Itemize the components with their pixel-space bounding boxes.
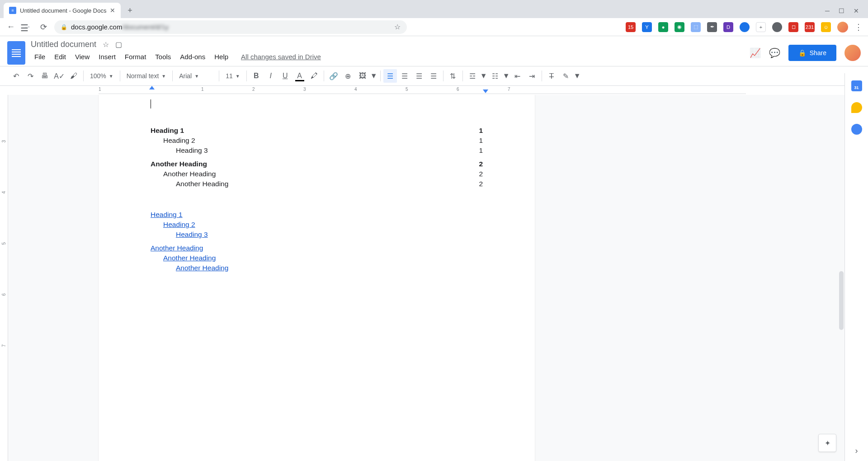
- bold-button[interactable]: B: [250, 69, 263, 83]
- activity-icon[interactable]: 📈: [750, 47, 761, 58]
- font-size-select[interactable]: 11▼: [222, 72, 243, 80]
- vertical-ruler[interactable]: 3 4 5 6 7: [0, 95, 8, 461]
- toc-link[interactable]: Heading 3: [151, 230, 483, 239]
- extension-icon[interactable]: D: [723, 22, 733, 32]
- ruler-tick: 1: [99, 87, 101, 92]
- bookmark-star-icon[interactable]: ☆: [394, 23, 401, 31]
- move-icon[interactable]: ▢: [115, 40, 122, 49]
- undo-button[interactable]: ↶: [9, 69, 23, 83]
- horizontal-ruler[interactable]: 1 1 2 3 4 5 6 7: [0, 86, 868, 95]
- menu-addons[interactable]: Add-ons: [176, 51, 209, 62]
- numbered-list-button[interactable]: ☲: [466, 69, 479, 83]
- indent-marker-left[interactable]: [149, 86, 155, 89]
- spellcheck-button[interactable]: A✓: [52, 69, 66, 83]
- document-area: 3 4 5 6 7 ☰ Heading 11 Heading 21 Headin…: [0, 95, 868, 461]
- italic-button[interactable]: I: [264, 69, 278, 83]
- calendar-icon[interactable]: [851, 80, 862, 91]
- tasks-icon[interactable]: [851, 124, 862, 135]
- menu-insert[interactable]: Insert: [95, 51, 119, 62]
- extension-icon[interactable]: ●: [658, 22, 668, 32]
- extension-icon[interactable]: ✒: [707, 22, 717, 32]
- account-avatar[interactable]: [844, 45, 861, 61]
- extension-icon[interactable]: 15: [626, 22, 636, 32]
- increase-indent-button[interactable]: ⇥: [525, 69, 539, 83]
- toc-link[interactable]: Heading 2: [151, 221, 483, 229]
- menu-tools[interactable]: Tools: [151, 51, 175, 62]
- numbered-list-dropdown[interactable]: ▼: [480, 69, 487, 83]
- toc-link[interactable]: Another Heading: [151, 244, 483, 252]
- back-button[interactable]: ←: [5, 22, 16, 32]
- docs-logo[interactable]: [7, 41, 25, 65]
- scrollbar-thumb[interactable]: [839, 271, 844, 330]
- save-status[interactable]: All changes saved in Drive: [241, 53, 321, 61]
- toc-entry[interactable]: Another Heading2: [151, 180, 483, 188]
- extension-icon[interactable]: ◻: [788, 22, 798, 32]
- explore-button[interactable]: ✦: [818, 434, 836, 452]
- menu-file[interactable]: File: [31, 51, 49, 62]
- profile-avatar[interactable]: [837, 22, 848, 33]
- toc-link[interactable]: Heading 1: [151, 211, 483, 219]
- toc-entry[interactable]: Heading 11: [151, 127, 483, 135]
- browser-tab[interactable]: ≡ Untitled document - Google Docs ✕: [4, 3, 121, 18]
- new-tab-button[interactable]: +: [123, 4, 136, 17]
- extension-icon[interactable]: ⬚: [691, 22, 701, 32]
- toc-entry[interactable]: Another Heading2: [151, 160, 483, 168]
- paint-format-button[interactable]: 🖌: [67, 69, 80, 83]
- extension-icon[interactable]: ◉: [675, 22, 684, 32]
- menu-help[interactable]: Help: [211, 51, 232, 62]
- editing-mode-dropdown[interactable]: ▼: [574, 69, 581, 83]
- toc-entry[interactable]: Heading 31: [151, 146, 483, 155]
- reload-button[interactable]: ⟳: [38, 22, 49, 32]
- close-tab-icon[interactable]: ✕: [110, 7, 115, 14]
- toc-link[interactable]: Another Heading: [151, 264, 483, 272]
- align-right-button[interactable]: ☰: [412, 69, 426, 83]
- text-cursor: [151, 99, 151, 108]
- comment-button[interactable]: ⊕: [341, 69, 355, 83]
- toc-link[interactable]: Another Heading: [151, 254, 483, 262]
- extension-icon[interactable]: 231: [805, 22, 815, 32]
- editing-mode-button[interactable]: ✎: [559, 69, 573, 83]
- browser-menu-icon[interactable]: ⋮: [854, 22, 863, 32]
- style-select[interactable]: Normal text▼: [123, 72, 170, 80]
- zoom-select[interactable]: 100%▼: [86, 72, 117, 80]
- print-button[interactable]: 🖶: [38, 69, 52, 83]
- font-select[interactable]: Arial▼: [175, 72, 216, 80]
- align-center-button[interactable]: ☰: [398, 69, 411, 83]
- line-spacing-button[interactable]: ⇅: [446, 69, 460, 83]
- clear-formatting-button[interactable]: T̶: [545, 69, 558, 83]
- extension-icon[interactable]: +: [756, 22, 766, 32]
- image-button[interactable]: 🖼: [356, 69, 369, 83]
- menu-view[interactable]: View: [71, 51, 93, 62]
- document-page[interactable]: Heading 11 Heading 21 Heading 31 Another…: [99, 95, 535, 461]
- url-bar[interactable]: 🔒 docs.google.com/document/d/1y ☆: [54, 20, 407, 34]
- extension-icon[interactable]: [740, 22, 750, 32]
- menu-edit[interactable]: Edit: [51, 51, 70, 62]
- minimize-icon[interactable]: ─: [825, 7, 830, 14]
- extension-icon[interactable]: [772, 22, 782, 32]
- expand-panel-icon[interactable]: ›: [855, 446, 858, 456]
- extension-icon[interactable]: ☺: [821, 22, 831, 32]
- underline-button[interactable]: U: [278, 69, 292, 83]
- extension-icon[interactable]: Y: [642, 22, 652, 32]
- align-left-button[interactable]: ☰: [383, 69, 397, 83]
- redo-button[interactable]: ↷: [24, 69, 37, 83]
- bulleted-list-button[interactable]: ☷: [488, 69, 502, 83]
- toc-entry[interactable]: Heading 21: [151, 136, 483, 145]
- highlight-button[interactable]: 🖍: [307, 69, 321, 83]
- text-color-button[interactable]: A: [293, 69, 307, 83]
- link-button[interactable]: 🔗: [327, 69, 340, 83]
- align-justify-button[interactable]: ☰: [427, 69, 440, 83]
- decrease-indent-button[interactable]: ⇤: [511, 69, 524, 83]
- indent-marker-right[interactable]: [483, 89, 488, 93]
- menu-format[interactable]: Format: [121, 51, 150, 62]
- image-dropdown[interactable]: ▼: [370, 69, 377, 83]
- keep-icon[interactable]: [851, 102, 862, 113]
- maximize-icon[interactable]: ☐: [839, 7, 844, 14]
- bulleted-list-dropdown[interactable]: ▼: [503, 69, 510, 83]
- share-button[interactable]: 🔒 Share: [788, 45, 836, 61]
- close-window-icon[interactable]: ✕: [854, 7, 859, 14]
- toc-entry[interactable]: Another Heading2: [151, 170, 483, 178]
- document-title[interactable]: Untitled document: [31, 40, 96, 49]
- star-icon[interactable]: ☆: [103, 40, 109, 49]
- comments-icon[interactable]: 💬: [769, 47, 780, 58]
